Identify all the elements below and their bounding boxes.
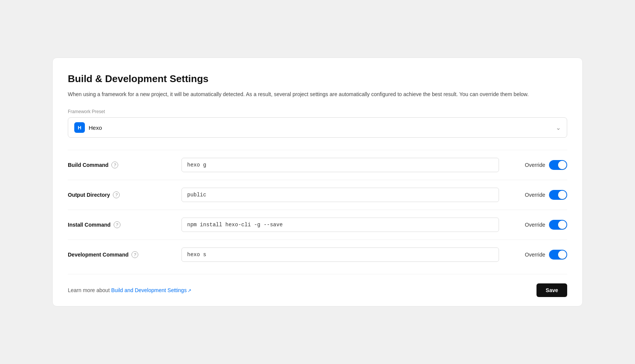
output-directory-override-label: Override bbox=[525, 192, 545, 198]
output-directory-toggle-knob bbox=[558, 191, 566, 199]
development-command-toggle-knob bbox=[558, 250, 566, 259]
install-command-toggle[interactable] bbox=[549, 220, 567, 230]
build-command-label: Build Command ? bbox=[68, 162, 174, 168]
output-directory-row: Output Directory ? Override bbox=[68, 180, 567, 210]
footer-text: Learn more about Build and Development S… bbox=[68, 287, 191, 293]
install-command-label: Install Command ? bbox=[68, 221, 174, 228]
build-command-input[interactable] bbox=[181, 158, 499, 172]
build-command-toggle-knob bbox=[558, 161, 566, 169]
output-directory-override: Override bbox=[507, 190, 567, 200]
install-command-override: Override bbox=[507, 220, 567, 230]
output-directory-label: Output Directory ? bbox=[68, 191, 174, 198]
install-command-override-label: Override bbox=[525, 222, 545, 228]
output-directory-input[interactable] bbox=[181, 188, 499, 202]
footer-link[interactable]: Build and Development Settings↗ bbox=[111, 287, 191, 293]
build-command-override-label: Override bbox=[525, 162, 545, 168]
development-command-label: Development Command ? bbox=[68, 251, 174, 258]
build-command-toggle[interactable] bbox=[549, 160, 567, 170]
external-link-icon: ↗ bbox=[188, 288, 191, 293]
page-description: When using a framework for a new project… bbox=[68, 90, 560, 98]
install-command-row: Install Command ? Override bbox=[68, 210, 567, 240]
footer: Learn more about Build and Development S… bbox=[68, 274, 567, 306]
framework-select[interactable]: H Hexo ⌄ bbox=[68, 117, 567, 138]
framework-name: Hexo bbox=[89, 124, 102, 131]
install-command-help-icon[interactable]: ? bbox=[114, 221, 120, 228]
development-command-toggle[interactable] bbox=[549, 250, 567, 260]
install-command-input[interactable] bbox=[181, 218, 499, 232]
development-command-override-label: Override bbox=[525, 252, 545, 258]
settings-section: Build Command ? Override Output Director… bbox=[68, 150, 567, 269]
save-button[interactable]: Save bbox=[536, 283, 567, 297]
development-command-input[interactable] bbox=[181, 247, 499, 262]
build-command-row: Build Command ? Override bbox=[68, 150, 567, 180]
development-command-row: Development Command ? Override bbox=[68, 240, 567, 269]
page-title: Build & Development Settings bbox=[68, 73, 567, 85]
output-directory-help-icon[interactable]: ? bbox=[113, 191, 120, 198]
build-command-override: Override bbox=[507, 160, 567, 170]
framework-left: H Hexo bbox=[74, 122, 102, 133]
settings-card: Build & Development Settings When using … bbox=[52, 58, 583, 306]
output-directory-toggle[interactable] bbox=[549, 190, 567, 200]
development-command-override: Override bbox=[507, 250, 567, 260]
hexo-icon: H bbox=[74, 122, 85, 133]
framework-preset-label: Framework Preset bbox=[68, 109, 567, 114]
development-command-help-icon[interactable]: ? bbox=[131, 251, 138, 258]
install-command-toggle-knob bbox=[558, 221, 566, 229]
chevron-down-icon: ⌄ bbox=[556, 124, 561, 131]
build-command-help-icon[interactable]: ? bbox=[111, 162, 118, 168]
